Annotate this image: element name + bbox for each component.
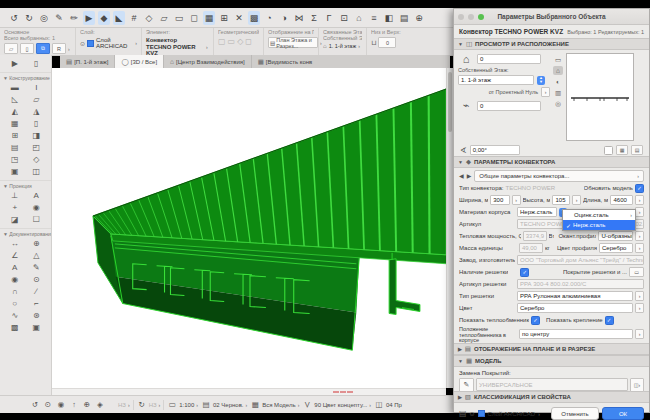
toolbar-icon[interactable]: ◣: [113, 11, 125, 25]
tool-icon[interactable]: A: [28, 190, 44, 201]
tool-icon[interactable]: ▯: [28, 118, 44, 129]
tool-icon[interactable]: +: [7, 202, 23, 213]
vertical-scrollbar[interactable]: [446, 68, 453, 388]
tool-icon[interactable]: ∕: [28, 286, 44, 297]
chevron-icon[interactable]: ›: [68, 46, 70, 52]
story-stepper[interactable]: ▲▼: [537, 76, 545, 85]
eye-icon[interactable]: ⊙: [470, 410, 475, 417]
tool-icon[interactable]: ◪: [7, 214, 23, 225]
grille-checkbox[interactable]: ✓: [520, 268, 529, 277]
quick-options-nz2[interactable]: ↻ НЗ›: [137, 400, 161, 409]
length-stepper[interactable]: ›: [635, 195, 644, 205]
toolbar-icon[interactable]: #: [128, 11, 140, 25]
tab-schedule[interactable]: ▦ [Видимость конв: [252, 55, 450, 68]
toolbox-section-design[interactable]: ▼ Конструирование: [0, 72, 51, 81]
tool-icon[interactable]: ⊛: [28, 310, 44, 321]
datum-select[interactable]: ›: [541, 87, 550, 97]
tool-icon[interactable]: ◺: [7, 94, 23, 105]
tool-icon[interactable]: ▯: [28, 58, 44, 69]
length-field[interactable]: 4600: [610, 195, 633, 205]
preview-option-button[interactable]: ▦: [616, 145, 628, 155]
fit-icon[interactable]: ◉: [56, 400, 66, 409]
tool-icon[interactable]: ⊞: [7, 130, 23, 141]
pen-set-select[interactable]: ▤ 02 Чернов.›: [201, 400, 247, 409]
tool-icon[interactable]: ◰: [28, 142, 44, 153]
toolbar-icon[interactable]: ↻: [23, 11, 35, 25]
brush-icon[interactable]: ✎: [459, 378, 474, 392]
tool-icon[interactable]: ∿: [7, 310, 23, 321]
toolbar-icon[interactable]: ↺: [8, 11, 20, 25]
toolbar-icon[interactable]: ▩: [248, 11, 260, 25]
chevron-icon[interactable]: ›: [135, 40, 137, 46]
toolbar-icon[interactable]: ▶: [83, 11, 95, 25]
tool-icon[interactable]: ▩: [7, 322, 23, 333]
scale-select[interactable]: ▭ 1:100›: [167, 400, 198, 409]
tool-icon[interactable]: ▤: [7, 142, 23, 153]
tool-icon[interactable]: ▣: [28, 322, 44, 333]
zoom-icon[interactable]: ⊙: [43, 400, 53, 409]
home-story-value[interactable]: 1. 1-й этаж: [329, 43, 357, 49]
tool-icon[interactable]: I: [28, 82, 44, 93]
profile-color-field[interactable]: Серебро: [599, 243, 633, 253]
3d-preview-icon[interactable]: ◐: [553, 77, 563, 86]
tool-icon[interactable]: ∩: [7, 286, 23, 297]
element-name[interactable]: Конвектор TECHNO POWER KVZ: [146, 37, 204, 57]
toolbar-icon[interactable]: ◆: [98, 11, 110, 25]
material-field[interactable]: Нерж.сталь: [517, 207, 557, 217]
tool-icon[interactable]: ⌐: [28, 298, 44, 309]
tool-icon[interactable]: ▣: [7, 166, 23, 177]
toolbox-section-document[interactable]: ▼ Документирование: [0, 228, 51, 237]
front-preview-icon[interactable]: ⌂: [553, 66, 563, 75]
horizontal-scrollbar[interactable]: [52, 388, 446, 395]
nav-back-icon[interactable]: ◀: [459, 172, 464, 179]
tool-icon[interactable]: ✎: [28, 262, 44, 273]
tool-icon[interactable]: ◇: [28, 154, 44, 165]
chevron-icon[interactable]: ›: [538, 411, 540, 417]
position-field[interactable]: по центру: [519, 329, 633, 339]
cancel-button[interactable]: Отменить: [551, 407, 599, 420]
tool-icon[interactable]: ⊥: [7, 190, 23, 201]
tool-icon[interactable]: A: [7, 262, 23, 273]
geometry-variant-icon[interactable]: ◻: [245, 37, 252, 46]
geometry-variant-icon[interactable]: ▭: [228, 37, 236, 46]
toolbar-icon[interactable]: ✕: [233, 11, 245, 25]
position-stepper[interactable]: ›: [635, 329, 644, 339]
favorites-button[interactable]: ▯: [20, 43, 34, 54]
toolbar-icon[interactable]: ◔: [263, 11, 275, 25]
tool-icon[interactable]: ☐: [28, 214, 44, 225]
tool-icon[interactable]: ◮: [28, 106, 44, 117]
geometry-variant-icon[interactable]: ▢: [218, 37, 226, 46]
toolbar-icon[interactable]: ◧: [383, 11, 395, 25]
tool-icon[interactable]: ▶: [7, 58, 23, 69]
nav-forward-icon[interactable]: ▶: [467, 172, 472, 179]
layer-value[interactable]: Слой ARCHICAD: [96, 37, 133, 49]
height-field[interactable]: 105: [552, 195, 570, 205]
tool-icon[interactable]: ◫: [28, 166, 44, 177]
magnify-icon[interactable]: ◈: [95, 400, 105, 409]
panel-titlebar[interactable]: Параметры Выбранного Объекта: [454, 9, 649, 25]
tool-icon[interactable]: ▱: [28, 94, 44, 105]
show-hx-checkbox[interactable]: ✓: [531, 316, 540, 325]
toolbar-icon[interactable]: Σ: [308, 11, 320, 25]
color-field[interactable]: Серебро: [517, 303, 633, 313]
tool-icon[interactable]: △: [28, 250, 44, 261]
toolbar-icon[interactable]: Γ: [323, 11, 335, 25]
tool-icon[interactable]: ◉: [7, 274, 23, 285]
section-model[interactable]: ▼▦ МОДЕЛЬ: [454, 355, 649, 367]
viewport-3d[interactable]: [52, 68, 446, 388]
profile-stepper[interactable]: ›: [635, 231, 644, 241]
top-elevation-field[interactable]: 0: [477, 54, 541, 64]
tool-icon[interactable]: ∠: [7, 250, 23, 261]
elevation-value[interactable]: 0: [378, 37, 396, 48]
profile-field[interactable]: U-образный: [598, 231, 633, 241]
ok-button[interactable]: ОК: [602, 407, 644, 420]
object-tool-button[interactable]: ⧉: [36, 43, 50, 54]
menu-item-stainless[interactable]: ✓ Нерж.сталь: [563, 220, 635, 230]
eye-icon[interactable]: ⊙: [80, 40, 85, 47]
menu-item-galvanized[interactable]: Оцинк.сталь ›: [563, 210, 635, 220]
tool-icon[interactable]: ↔: [7, 238, 23, 249]
tab-floorplan[interactable]: ▤ [П. 1-й этаж]: [60, 55, 115, 68]
tool-icon[interactable]: ⊕: [28, 238, 44, 249]
toolbar-icon[interactable]: ✏: [68, 11, 80, 25]
tool-icon[interactable]: ◨: [28, 130, 44, 141]
